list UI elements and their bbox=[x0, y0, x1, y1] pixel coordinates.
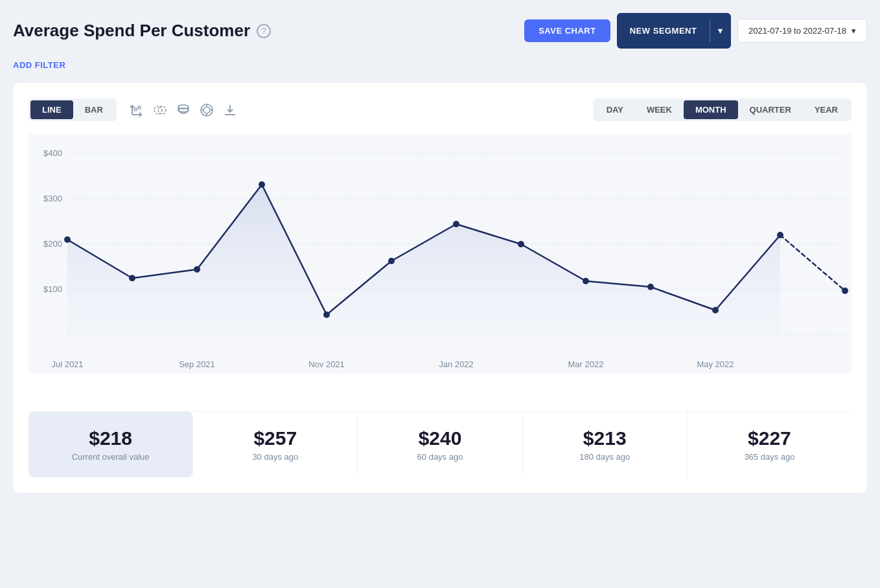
stack-icon[interactable] bbox=[176, 103, 191, 117]
svg-text:Jan 2022: Jan 2022 bbox=[439, 359, 474, 369]
chart-icons bbox=[130, 103, 237, 117]
stat-30d-label: 30 days ago bbox=[206, 452, 344, 462]
stat-30d: $257 30 days ago bbox=[193, 412, 358, 477]
svg-point-31 bbox=[259, 181, 265, 188]
save-chart-button[interactable]: SAVE CHART bbox=[524, 19, 610, 42]
chart-area: $400 $300 $200 $100 bbox=[29, 134, 851, 393]
stat-365d-label: 365 days ago bbox=[701, 452, 839, 462]
svg-point-33 bbox=[388, 258, 395, 264]
chart-type-tabs: LINE BAR bbox=[29, 98, 117, 121]
svg-point-30 bbox=[194, 266, 200, 273]
svg-point-37 bbox=[647, 284, 654, 290]
svg-point-29 bbox=[129, 275, 135, 282]
stat-180d-label: 180 days ago bbox=[536, 452, 674, 462]
stat-365d: $227 365 days ago bbox=[688, 412, 851, 477]
svg-text:Nov 2021: Nov 2021 bbox=[308, 359, 345, 369]
time-tab-week[interactable]: WEEK bbox=[635, 100, 684, 119]
stat-60d-label: 60 days ago bbox=[371, 452, 509, 462]
time-tab-day[interactable]: DAY bbox=[595, 100, 635, 119]
svg-text:$100: $100 bbox=[43, 284, 62, 294]
new-segment-button[interactable]: NEW SEGMENT ▾ bbox=[617, 13, 731, 49]
chart-tab-bar[interactable]: BAR bbox=[73, 100, 115, 119]
svg-text:$300: $300 bbox=[43, 194, 62, 203]
date-range-button[interactable]: 2021-07-19 to 2022-07-18 ▾ bbox=[737, 19, 867, 43]
svg-point-4 bbox=[154, 106, 162, 114]
target-icon[interactable] bbox=[200, 103, 214, 117]
add-filter-link[interactable]: ADD FILTER bbox=[13, 60, 65, 70]
time-period-tabs: DAY WEEK MONTH QUARTER YEAR bbox=[593, 98, 851, 121]
svg-point-39 bbox=[777, 232, 783, 238]
date-range-label: 2021-07-19 to 2022-07-18 bbox=[748, 26, 846, 36]
svg-text:May 2022: May 2022 bbox=[697, 359, 734, 369]
page-container: Average Spend Per Customer ? SAVE CHART … bbox=[13, 13, 867, 493]
svg-point-32 bbox=[323, 311, 330, 318]
time-tab-year[interactable]: YEAR bbox=[803, 100, 850, 119]
stats-row: $218 Current overall value $257 30 days … bbox=[29, 411, 851, 477]
svg-point-3 bbox=[138, 106, 141, 109]
title-area: Average Spend Per Customer ? bbox=[13, 21, 271, 41]
overlap-icon[interactable] bbox=[153, 103, 167, 117]
svg-point-9 bbox=[203, 107, 210, 113]
header-actions: SAVE CHART NEW SEGMENT ▾ 2021-07-19 to 2… bbox=[524, 13, 867, 49]
chart-card: LINE BAR bbox=[13, 83, 867, 493]
svg-point-36 bbox=[583, 278, 589, 284]
svg-point-38 bbox=[712, 307, 719, 313]
stat-30d-value: $257 bbox=[206, 427, 344, 449]
svg-text:$200: $200 bbox=[43, 239, 62, 249]
svg-point-40 bbox=[842, 288, 848, 294]
date-range-chevron-icon: ▾ bbox=[851, 26, 856, 36]
header: Average Spend Per Customer ? SAVE CHART … bbox=[13, 13, 867, 49]
svg-text:Sep 2021: Sep 2021 bbox=[179, 359, 215, 369]
line-chart-svg: $400 $300 $200 $100 bbox=[29, 134, 851, 393]
chart-type-group: LINE BAR bbox=[29, 98, 237, 121]
segment-chevron-icon[interactable]: ▾ bbox=[710, 19, 731, 42]
stat-current: $218 Current overall value bbox=[29, 412, 193, 477]
page-title: Average Spend Per Customer bbox=[13, 21, 250, 41]
stat-180d-value: $213 bbox=[536, 427, 674, 449]
svg-point-28 bbox=[64, 236, 71, 243]
time-tab-month[interactable]: MONTH bbox=[684, 100, 738, 119]
stat-365d-value: $227 bbox=[701, 427, 839, 449]
stat-180d: $213 180 days ago bbox=[523, 412, 688, 477]
svg-point-35 bbox=[518, 241, 524, 247]
stat-current-value: $218 bbox=[41, 427, 179, 449]
svg-text:Mar 2022: Mar 2022 bbox=[568, 359, 604, 369]
chart-tab-line[interactable]: LINE bbox=[30, 100, 73, 119]
svg-point-34 bbox=[453, 221, 459, 227]
stat-current-label: Current overall value bbox=[41, 452, 179, 462]
svg-text:Jul 2021: Jul 2021 bbox=[51, 359, 83, 369]
new-segment-label: NEW SEGMENT bbox=[617, 19, 710, 42]
stat-60d: $240 60 days ago bbox=[358, 412, 522, 477]
svg-point-2 bbox=[134, 108, 137, 111]
axes-icon[interactable] bbox=[130, 103, 144, 117]
svg-text:$400: $400 bbox=[43, 148, 62, 158]
help-icon[interactable]: ? bbox=[257, 24, 271, 38]
chart-controls: LINE BAR bbox=[29, 98, 851, 121]
download-icon[interactable] bbox=[223, 103, 237, 117]
time-tab-quarter[interactable]: QUARTER bbox=[738, 100, 803, 119]
stat-60d-value: $240 bbox=[371, 427, 509, 449]
